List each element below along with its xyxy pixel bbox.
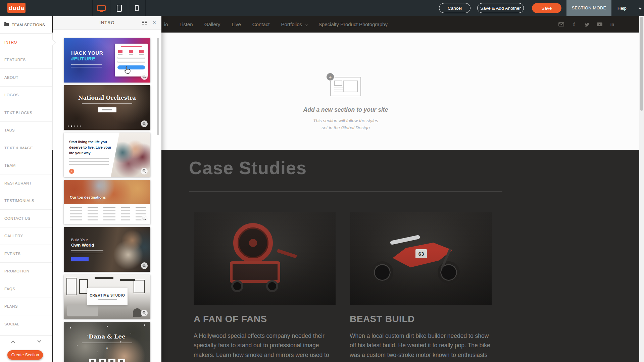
thumbnail-hackathon-intro[interactable]: HACK YOUR #FUTURE <box>64 38 150 83</box>
device-switcher <box>92 0 146 16</box>
sidebar-item-events[interactable]: EVENTS <box>0 245 52 263</box>
sidebar-item-faqs[interactable]: FAQS <box>0 280 52 298</box>
sidebar-item-tabs[interactable]: TABS <box>0 122 52 140</box>
thumbnail-title: Start living the life you deserve to liv… <box>69 139 112 156</box>
thumbnail-title: HACK YOUR #FUTURE <box>71 50 103 68</box>
build-title-line1: Build Your <box>71 238 103 242</box>
facebook-icon[interactable]: f <box>571 21 577 27</box>
youtube-icon[interactable] <box>597 21 602 27</box>
nav-item-portfolios-label: Portfolios <box>281 21 302 27</box>
thumbnail-national-orchestra[interactable]: National Orchestra <box>64 85 150 130</box>
help-label: Help <box>617 6 627 11</box>
mobile-view-button[interactable] <box>128 0 146 16</box>
grid-view-icon[interactable] <box>142 21 147 24</box>
sidebar-item-social[interactable]: SOCIAL <box>0 315 52 333</box>
nav-item-gallery[interactable]: Gallery <box>204 21 220 27</box>
section-thumbnails: HACK YOUR #FUTURE <box>64 38 150 362</box>
section-mode-badge: SECTION MODE <box>566 0 611 16</box>
save-button[interactable]: Save <box>532 3 561 13</box>
text-lines-placeholder <box>82 343 132 344</box>
chair-shape <box>133 308 142 317</box>
case-card-body: When a local custom dirt bike builder ne… <box>350 331 492 360</box>
site-nav-items: io Listen Gallery Live Contact Portfolio… <box>164 16 388 33</box>
chevron-down-icon <box>37 339 41 342</box>
linkedin-icon[interactable]: in <box>609 21 615 27</box>
sidebar-header: TEAM SECTIONS <box>0 16 52 34</box>
duda-editor: io Listen Gallery Live Contact Portfolio… <box>0 0 644 362</box>
case-card-beast-build: 63 BEAST BUILD When a local custom dirt … <box>350 212 492 360</box>
desktop-icon <box>97 5 106 11</box>
save-add-another-button[interactable]: Save & Add Another <box>477 3 524 13</box>
sidebar-item-text-blocks[interactable]: TEXT BLOCKS <box>0 104 52 122</box>
text-lines-placeholder <box>69 158 109 166</box>
page-scrollbar-thumb[interactable] <box>640 17 643 111</box>
window-shape <box>134 280 145 293</box>
close-icon[interactable]: × <box>152 19 156 26</box>
dirt-bike-image: 63 <box>350 212 492 305</box>
sidebar-item-logos[interactable]: LOGOS <box>0 87 52 104</box>
chevron-down-icon <box>305 23 308 26</box>
sidebar-item-features[interactable]: FEATURES <box>0 51 52 69</box>
text-line-placeholder <box>98 299 117 300</box>
thumbnail-photo <box>64 180 150 204</box>
zoom-in-icon[interactable] <box>141 262 148 269</box>
zoom-in-icon[interactable] <box>141 310 148 316</box>
thumbnail-lifestyle[interactable]: Start living the life you deserve to liv… <box>64 133 150 177</box>
scroll-down-button[interactable] <box>26 336 52 347</box>
sidebar-header-label: TEAM SECTIONS <box>12 23 45 27</box>
sections-sidebar: TEAM SECTIONS INTRO FEATURES ABOUT LOGOS… <box>0 16 52 362</box>
editor-top-bar: duda Cancel Save & Add Another Save SECT… <box>0 0 644 16</box>
thumbnail-title: Our top destinations <box>70 195 106 199</box>
cancel-button[interactable]: Cancel <box>439 3 470 13</box>
build-title-line2: Own World <box>71 243 103 248</box>
sidebar-item-testimonials[interactable]: TESTIMONIALS <box>0 192 52 210</box>
zoom-in-icon[interactable] <box>141 120 148 127</box>
section-wireframe-icon: + <box>330 77 361 96</box>
twitter-icon[interactable] <box>584 21 590 27</box>
thumbnail-title: CREATIVE STUDIO <box>90 294 125 297</box>
sidebar-item-contact-us[interactable]: CONTACT US <box>0 210 52 227</box>
desktop-view-button[interactable] <box>92 0 110 16</box>
nav-item-specialty-product-photography[interactable]: Specialty Product Photography <box>318 21 388 27</box>
case-card-body: A Hollywood special effects company need… <box>194 331 336 360</box>
sidebar-item-restaurant[interactable]: RESTAURANT <box>0 174 52 192</box>
nav-item-listen[interactable]: Listen <box>180 21 193 27</box>
sidebar-item-text-and-image[interactable]: TEXT & IMAGE <box>0 139 52 157</box>
zoom-in-icon[interactable] <box>141 168 148 174</box>
nav-item-portfolios[interactable]: Portfolios <box>281 21 307 27</box>
sidebar-item-about[interactable]: ABOUT <box>0 69 52 87</box>
sidebar-item-team[interactable]: TEAM <box>0 157 52 175</box>
case-studies-heading: Case Studies <box>189 157 307 178</box>
thumbnail-dana-and-lee[interactable]: Dana & Lee ♥ <box>64 322 150 362</box>
text-lines-placeholder <box>71 64 102 68</box>
create-section-button[interactable]: Create Section <box>7 350 43 360</box>
thumbnail-build-your-own-world[interactable]: Build Your Own World <box>64 227 150 272</box>
nav-item-truncated[interactable]: io <box>164 21 168 27</box>
panel-scrollbar-thumb[interactable] <box>157 38 159 135</box>
nav-item-contact[interactable]: Contact <box>252 21 270 27</box>
scroll-up-button[interactable] <box>0 336 26 347</box>
envelope-icon[interactable] <box>558 21 564 27</box>
panel-header: INTRO × <box>53 16 161 30</box>
tablet-view-button[interactable] <box>110 0 128 16</box>
page-scrollbar[interactable] <box>639 16 644 362</box>
zoom-in-icon[interactable] <box>141 215 148 222</box>
sidebar-item-plans[interactable]: PLANS <box>0 298 52 316</box>
hack-title-line1: HACK YOUR <box>71 50 103 56</box>
button-placeholder <box>71 257 89 261</box>
intro-sections-panel: INTRO × HACK YOUR #FUTURE <box>53 16 161 362</box>
text-lines-placeholder <box>82 103 132 104</box>
hack-title-line2: #FUTURE <box>71 56 103 61</box>
sidebar-item-intro[interactable]: INTRO <box>0 34 52 51</box>
countdown-boxes <box>64 359 150 362</box>
sidebar-item-promotion[interactable]: PROMOTION <box>0 263 52 280</box>
destinations-table-placeholder <box>70 207 146 221</box>
thumbnail-destinations[interactable]: Our top destinations <box>64 180 150 224</box>
nav-item-live[interactable]: Live <box>232 21 241 27</box>
help-menu[interactable]: Help <box>617 0 641 16</box>
thumbnail-creative-studio[interactable]: CREATIVE STUDIO <box>64 274 150 319</box>
zoom-in-icon[interactable] <box>141 73 148 80</box>
sidebar-item-gallery[interactable]: GALLERY <box>0 227 52 245</box>
placeholder-subtitle-line1: This section will follow the styles <box>313 117 378 124</box>
plus-icon: + <box>326 72 335 81</box>
